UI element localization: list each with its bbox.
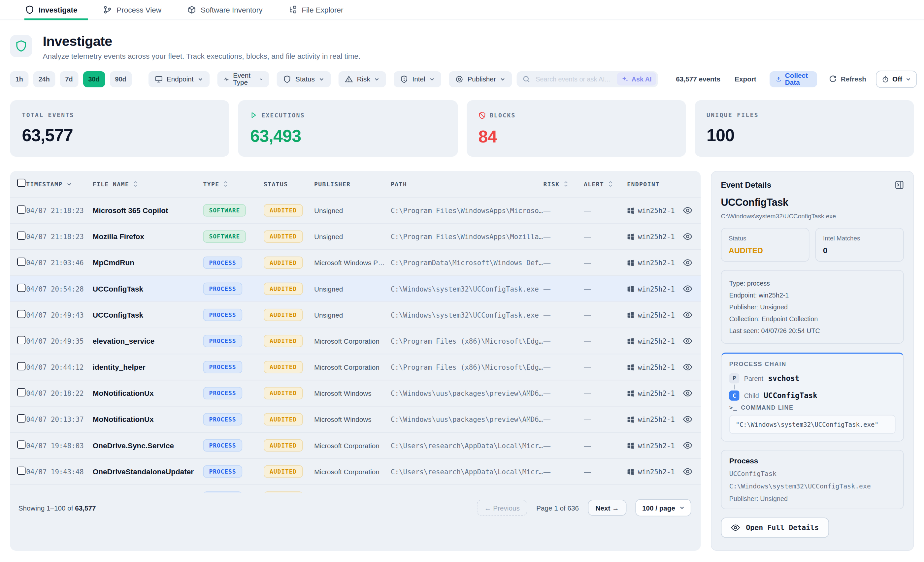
- intel-filter[interactable]: Intel: [394, 71, 441, 87]
- collapse-panel-icon[interactable]: [895, 181, 904, 189]
- events-table: TIMESTAMP FILE NAME TYPE STATUS PUBLISHE…: [10, 171, 701, 551]
- type-badge: SOFTWARE: [203, 204, 246, 217]
- tab-label: Investigate: [39, 6, 78, 14]
- tab-file-explorer[interactable]: File Explorer: [289, 0, 344, 19]
- table-row[interactable]: 04/07 20:49:35 elevation_service PROCESS…: [10, 327, 701, 354]
- column-endpoint[interactable]: ENDPOINT: [627, 181, 700, 187]
- cell-alert: —: [584, 389, 627, 398]
- stats-row: TOTAL EVENTS 63,577 EXECUTIONS 63,493 BL…: [0, 100, 924, 157]
- view-event-icon[interactable]: [683, 337, 692, 345]
- row-checkbox[interactable]: [17, 283, 26, 291]
- time-range-7d[interactable]: 7d: [60, 71, 78, 87]
- row-checkbox[interactable]: [17, 440, 26, 448]
- row-checkbox[interactable]: [17, 466, 26, 475]
- tab-process-view[interactable]: Process View: [104, 0, 161, 19]
- chevron-down-icon: [906, 76, 911, 81]
- cell-path: C:\Users\research\AppData\Local\Micr…: [391, 441, 543, 450]
- cell-publisher: Microsoft Corporation: [314, 338, 391, 345]
- child-badge: C: [729, 390, 740, 401]
- table-row[interactable]: 04/07 20:54:28 UCConfigTask PROCESS AUDI…: [10, 275, 701, 302]
- view-event-icon[interactable]: [683, 233, 692, 240]
- table-row[interactable]: 04/07 19:48:03 OneDrive.Sync.Service PRO…: [10, 432, 701, 458]
- search-input[interactable]: [535, 75, 613, 83]
- row-checkbox[interactable]: [17, 492, 26, 493]
- status-badge: AUDITED: [264, 204, 303, 217]
- per-page-value: 100 / page: [642, 504, 675, 511]
- row-checkbox[interactable]: [17, 336, 26, 344]
- view-event-icon[interactable]: [683, 389, 692, 397]
- type-badge: PROCESS: [203, 309, 242, 321]
- column-type[interactable]: TYPE: [203, 181, 264, 188]
- previous-page-button[interactable]: ← Previous: [477, 500, 527, 516]
- cell-timestamp: 04/07 19:43:48: [26, 467, 93, 475]
- table-row[interactable]: 04/07 20:44:12 identity_helper PROCESS A…: [10, 354, 701, 380]
- view-event-icon[interactable]: [683, 363, 692, 371]
- view-event-icon[interactable]: [683, 206, 692, 214]
- table-row[interactable]: 04/07 20:18:22 MoNotificationUx PROCESS …: [10, 380, 701, 406]
- column-path[interactable]: PATH: [391, 181, 543, 187]
- cell-timestamp: 04/07 20:49:35: [26, 337, 93, 345]
- row-checkbox[interactable]: [17, 414, 26, 422]
- cell-path: C:\Users\research\AppData\Local\Micr…: [391, 467, 543, 475]
- column-alert[interactable]: ALERT: [584, 181, 627, 188]
- process-chain-title: PROCESS CHAIN: [729, 361, 896, 368]
- endpoint-filter[interactable]: Endpoint: [148, 71, 210, 87]
- endpoint-name: win25h2-1: [638, 389, 675, 398]
- collect-data-button[interactable]: Collect Data: [769, 71, 817, 87]
- select-all-checkbox[interactable]: [17, 179, 26, 187]
- main-content: TIMESTAMP FILE NAME TYPE STATUS PUBLISHE…: [0, 171, 924, 551]
- column-status[interactable]: STATUS: [264, 181, 314, 187]
- stat-total-events: TOTAL EVENTS 63,577: [10, 100, 230, 157]
- row-checkbox[interactable]: [17, 231, 26, 239]
- time-range-30d[interactable]: 30d: [83, 71, 105, 87]
- page-subtitle: Analyze telemetry events across your fle…: [43, 52, 361, 60]
- open-full-details-button[interactable]: Open Full Details: [721, 517, 829, 538]
- table-row[interactable]: 04/07 21:18:23 Microsoft 365 Copilot SOF…: [10, 197, 701, 223]
- time-range-1h[interactable]: 1h: [10, 71, 29, 87]
- cell-path: C:\Windows\uus\packages\preview\AMD6…: [391, 415, 543, 423]
- time-range-24h[interactable]: 24h: [33, 71, 55, 87]
- event-type-filter[interactable]: Event Type: [218, 71, 269, 87]
- column-timestamp[interactable]: TIMESTAMP: [26, 181, 93, 187]
- auto-refresh-toggle[interactable]: Off: [876, 70, 917, 87]
- status-filter[interactable]: Status: [277, 71, 331, 87]
- export-button[interactable]: Export: [735, 76, 756, 83]
- status-badge: AUDITED: [264, 335, 303, 347]
- view-event-icon[interactable]: [683, 442, 692, 449]
- refresh-button[interactable]: Refresh: [829, 75, 866, 83]
- table-row[interactable]: 04/07 21:18:23 Mozilla Firefox SOFTWARE …: [10, 223, 701, 249]
- table-row[interactable]: 04/07 20:49:43 UCConfigTask PROCESS AUDI…: [10, 302, 701, 327]
- type-badge: PROCESS: [203, 335, 242, 347]
- column-risk[interactable]: RISK: [543, 181, 584, 188]
- cell-risk: —: [543, 311, 584, 319]
- column-publisher[interactable]: PUBLISHER: [314, 181, 391, 187]
- table-row-partial[interactable]: PROCESS AUDITED: [10, 484, 701, 492]
- view-event-icon[interactable]: [683, 311, 692, 318]
- cell-timestamp: 04/07 21:18:23: [26, 233, 93, 241]
- risk-filter[interactable]: Risk: [339, 71, 386, 87]
- row-checkbox[interactable]: [17, 388, 26, 396]
- publisher-filter[interactable]: Publisher: [449, 71, 512, 87]
- next-page-button[interactable]: Next →: [588, 500, 627, 516]
- row-checkbox[interactable]: [17, 362, 26, 370]
- table-row[interactable]: 04/07 20:13:37 MoNotificationUx PROCESS …: [10, 406, 701, 432]
- view-event-icon[interactable]: [683, 416, 692, 423]
- column-file-name[interactable]: FILE NAME: [93, 181, 203, 188]
- time-range-90d[interactable]: 90d: [110, 71, 132, 87]
- view-event-icon[interactable]: [683, 285, 692, 293]
- row-checkbox[interactable]: [17, 205, 26, 214]
- table-row[interactable]: 04/07 19:43:48 OneDriveStandaloneUpdater…: [10, 458, 701, 484]
- view-event-icon[interactable]: [683, 468, 692, 475]
- tab-investigate[interactable]: Investigate: [26, 0, 77, 19]
- status-value: AUDITED: [729, 247, 802, 255]
- ask-ai-button[interactable]: Ask AI: [617, 73, 656, 86]
- table-row[interactable]: 04/07 21:03:46 MpCmdRun PROCESS AUDITED …: [10, 249, 701, 275]
- view-event-icon[interactable]: [683, 259, 692, 266]
- row-checkbox[interactable]: [17, 309, 26, 318]
- per-page-select[interactable]: 100 / page: [636, 499, 691, 516]
- tab-software-inventory[interactable]: Software Inventory: [188, 0, 262, 19]
- info-collection: Collection: Endpoint Collection: [729, 313, 896, 324]
- row-checkbox[interactable]: [17, 257, 26, 266]
- cell-alert: —: [584, 415, 627, 423]
- chevron-down-icon: [198, 76, 203, 81]
